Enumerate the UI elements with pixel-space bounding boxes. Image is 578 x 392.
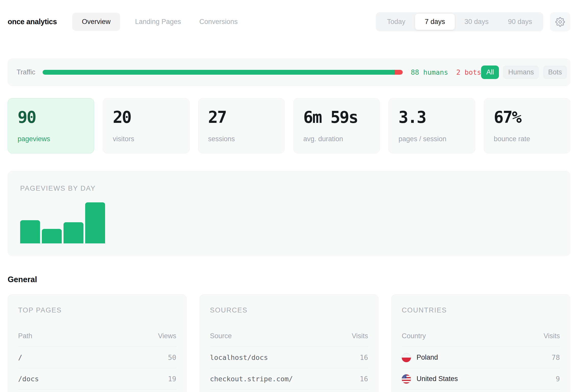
page-path: /docs: [18, 375, 39, 383]
stat-label: pages / session: [398, 135, 465, 143]
analytics-dashboard: once analytics Overview Landing Pages Co…: [0, 12, 578, 392]
stat-card-bounce-rate[interactable]: 67% bounce rate: [484, 98, 570, 153]
stat-card-sessions[interactable]: 27 sessions: [198, 98, 285, 153]
top-pages-header: Path Views: [18, 332, 176, 347]
tab-landing-pages[interactable]: Landing Pages: [131, 13, 184, 31]
poland-flag-icon: [402, 353, 411, 362]
table-row: / 50: [18, 347, 176, 368]
bar-chart: [20, 202, 558, 243]
table-row: United States 9: [402, 368, 560, 390]
stat-value: 27: [208, 109, 275, 125]
stat-card-avg-duration[interactable]: 6m 59s avg. duration: [293, 98, 380, 153]
column-path: Path: [18, 332, 32, 340]
page-views: 50: [168, 354, 176, 361]
page-path: /: [18, 354, 22, 361]
gear-icon: [555, 17, 565, 27]
main-nav: Overview Landing Pages Conversions: [72, 13, 241, 31]
sources-title: SOURCES: [210, 306, 368, 314]
pageviews-chart-card: PAGEVIEWS BY DAY: [8, 171, 570, 256]
header: once analytics Overview Landing Pages Co…: [8, 12, 570, 31]
country-name: Poland: [417, 354, 438, 361]
table-row: localhost/docs 16: [210, 347, 368, 368]
range-30-days[interactable]: 30 days: [455, 14, 498, 30]
united-states-flag-icon: [402, 374, 411, 384]
table-row: /docs 19: [18, 368, 176, 390]
stat-card-visitors[interactable]: 20 visitors: [103, 98, 189, 153]
column-country: Country: [402, 332, 426, 340]
column-visits: Visits: [544, 332, 560, 340]
stats-row: 90 pageviews 20 visitors 27 sessions 6m …: [8, 98, 570, 153]
stat-label: avg. duration: [303, 135, 370, 143]
humans-count: 88 humans: [411, 68, 448, 76]
stat-label: pageviews: [18, 135, 84, 143]
stat-card-pageviews[interactable]: 90 pageviews: [8, 98, 94, 153]
sources-card: SOURCES Source Visits localhost/docs 16 …: [199, 294, 379, 392]
app-logo: once analytics: [8, 18, 57, 26]
chart-title: PAGEVIEWS BY DAY: [20, 185, 558, 192]
range-7-days[interactable]: 7 days: [415, 14, 455, 30]
traffic-bar-humans: [43, 70, 395, 75]
tab-overview[interactable]: Overview: [72, 13, 120, 31]
stat-value: 6m 59s: [303, 109, 370, 125]
sources-header: Source Visits: [210, 332, 368, 347]
traffic-progress-bar: [43, 70, 403, 75]
general-section-heading: General: [8, 275, 570, 284]
chart-bar: [20, 220, 40, 243]
source-visits: 16: [360, 354, 368, 361]
table-row: checkout.stripe.com/ 16: [210, 368, 368, 390]
country-visits: 9: [556, 375, 560, 383]
bots-count: 2 bots: [456, 68, 481, 76]
range-90-days[interactable]: 90 days: [498, 14, 542, 30]
chart-bar: [85, 202, 105, 243]
range-today[interactable]: Today: [377, 14, 415, 30]
filter-bots-button[interactable]: Bots: [543, 66, 567, 79]
stat-value: 3.3: [398, 109, 465, 125]
table-row: Poland 78: [402, 347, 560, 368]
settings-button[interactable]: [550, 12, 570, 31]
stat-label: visitors: [113, 135, 179, 143]
page-views: 19: [168, 375, 176, 383]
traffic-filter-group: All Humans Bots: [481, 66, 567, 79]
countries-title: COUNTRIES: [402, 306, 560, 314]
source-name: checkout.stripe.com/: [210, 375, 293, 383]
stat-value: 90: [18, 109, 84, 125]
date-range-control: Today 7 days 30 days 90 days: [376, 12, 543, 31]
traffic-label: Traffic: [17, 68, 35, 76]
column-visits: Visits: [352, 332, 368, 340]
top-pages-card: TOP PAGES Path Views / 50 /docs 19: [8, 294, 187, 392]
stat-label: sessions: [208, 135, 275, 143]
general-cards: TOP PAGES Path Views / 50 /docs 19 SOURC…: [8, 294, 570, 392]
country-name: United States: [417, 375, 458, 383]
stat-value: 67%: [494, 109, 560, 125]
stat-card-pages-per-session[interactable]: 3.3 pages / session: [388, 98, 475, 153]
country-visits: 78: [551, 354, 560, 361]
chart-bar: [64, 222, 83, 243]
stat-label: bounce rate: [494, 135, 560, 143]
tab-conversions[interactable]: Conversions: [196, 13, 241, 31]
top-pages-title: TOP PAGES: [18, 306, 176, 314]
traffic-card: Traffic 88 humans 2 bots All Humans Bots: [8, 59, 570, 86]
column-views: Views: [158, 332, 176, 340]
filter-humans-button[interactable]: Humans: [503, 66, 539, 79]
chart-bar: [42, 229, 62, 243]
column-source: Source: [210, 332, 232, 340]
filter-all-button[interactable]: All: [481, 66, 499, 79]
source-name: localhost/docs: [210, 354, 268, 361]
countries-card: COUNTRIES Country Visits: [391, 294, 570, 392]
country-cell: Poland: [402, 353, 438, 362]
country-cell: United States: [402, 374, 458, 384]
traffic-bar-bots: [395, 70, 403, 75]
source-visits: 16: [360, 375, 368, 383]
countries-header: Country Visits: [402, 332, 560, 347]
stat-value: 20: [113, 109, 179, 125]
